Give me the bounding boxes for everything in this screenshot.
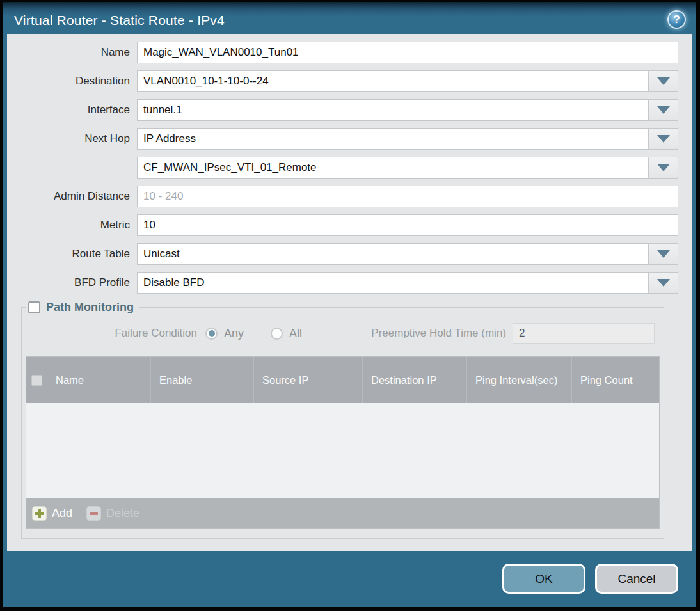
admin-distance-fieldwrap — [137, 186, 678, 207]
name-fieldwrap — [137, 42, 678, 63]
form-row-bfd-profile: BFD Profile — [7, 272, 678, 294]
help-glyph: ? — [673, 13, 680, 26]
help-icon[interactable]: ? — [667, 10, 686, 29]
bfd-profile-label: BFD Profile — [7, 272, 137, 294]
column-header-enable: Enable — [151, 357, 254, 403]
plus-icon — [32, 506, 47, 521]
form-row-admin-distance: Admin Distance — [7, 186, 678, 207]
column-header-ping-count: Ping Count — [572, 357, 659, 403]
form-row-name: Name — [7, 42, 678, 63]
metric-label: Metric — [7, 214, 137, 236]
bfd-profile-fieldwrap — [137, 272, 678, 294]
destination-fieldwrap — [137, 70, 678, 92]
route-table-input[interactable] — [137, 243, 678, 265]
destination-dropdown-button[interactable] — [648, 70, 678, 92]
dialog-titlebar: Virtual Router - Static Route - IPv4 ? — [3, 2, 696, 34]
interface-fieldwrap — [137, 99, 678, 121]
dropdown-arrow-icon — [657, 250, 670, 258]
preemptive-hold-time-input[interactable] — [513, 323, 655, 344]
add-button-label: Add — [52, 507, 72, 520]
path-monitoring-checkbox[interactable] — [28, 301, 40, 313]
next-hop-fieldwrap — [137, 128, 678, 150]
dropdown-arrow-icon — [657, 77, 670, 85]
next-hop-type-input[interactable] — [137, 128, 678, 150]
minus-icon — [86, 506, 101, 521]
route-table-label: Route Table — [7, 243, 137, 265]
next-hop-dropdown-button[interactable] — [648, 128, 678, 150]
route-table-dropdown-button[interactable] — [648, 243, 678, 265]
dropdown-arrow-icon — [657, 135, 670, 143]
admin-distance-input[interactable] — [137, 186, 678, 207]
next-hop-address-input[interactable] — [137, 157, 678, 179]
next-hop-value-label — [7, 157, 137, 179]
delete-button-label: Delete — [106, 507, 139, 520]
add-button[interactable]: Add — [32, 506, 72, 521]
dropdown-arrow-icon — [657, 279, 670, 287]
dropdown-arrow-icon — [657, 106, 670, 114]
delete-button[interactable]: Delete — [86, 506, 139, 521]
failure-condition-label: Failure Condition — [26, 327, 197, 340]
path-monitoring-legend: Path Monitoring — [26, 301, 139, 314]
form-row-next-hop-value — [7, 157, 678, 179]
radio-any-dot-icon — [205, 328, 218, 340]
static-route-dialog: Virtual Router - Static Route - IPv4 ? N… — [0, 0, 700, 611]
form-row-interface: Interface — [7, 99, 678, 121]
table-toolbar: Add Delete — [26, 498, 659, 528]
table-header-checkbox-cell — [26, 357, 47, 403]
radio-all[interactable]: All — [271, 327, 302, 340]
column-header-destination-ip: Destination IP — [363, 357, 467, 403]
table-header-row: Name Enable Source IP Destination IP Pin… — [26, 357, 659, 403]
path-monitoring-section: Path Monitoring Failure Condition Any Al… — [21, 301, 664, 539]
bfd-profile-input[interactable] — [137, 272, 678, 294]
admin-distance-label: Admin Distance — [7, 186, 137, 207]
form-row-next-hop: Next Hop — [7, 128, 678, 150]
form-row-metric: Metric — [7, 214, 678, 236]
failure-condition-row: Failure Condition Any All Preemptive Hol… — [26, 322, 660, 345]
interface-input[interactable] — [137, 99, 678, 121]
select-all-checkbox[interactable] — [31, 375, 42, 386]
form-row-destination: Destination — [7, 70, 678, 92]
interface-label: Interface — [7, 99, 137, 121]
bfd-profile-dropdown-button[interactable] — [648, 272, 678, 294]
dialog-content: Name Destination Interface — [7, 34, 692, 551]
next-hop-value-fieldwrap — [137, 157, 678, 179]
interface-dropdown-button[interactable] — [648, 99, 678, 121]
path-monitoring-table: Name Enable Source IP Destination IP Pin… — [26, 356, 660, 529]
table-body-empty — [26, 403, 659, 498]
radio-all-dot-icon — [271, 328, 283, 340]
path-monitoring-title: Path Monitoring — [46, 301, 134, 314]
dropdown-arrow-icon — [657, 164, 670, 171]
preemptive-hold-time-label: Preemptive Hold Time (min) — [371, 327, 506, 340]
radio-all-label: All — [289, 327, 302, 340]
failure-condition-radio-group: Any All — [205, 327, 302, 340]
metric-fieldwrap — [137, 214, 678, 236]
column-header-source-ip: Source IP — [254, 357, 363, 403]
name-label: Name — [7, 42, 137, 63]
form-row-route-table: Route Table — [7, 243, 678, 265]
dialog-title: Virtual Router - Static Route - IPv4 — [14, 13, 225, 28]
column-header-name: Name — [47, 357, 151, 403]
destination-label: Destination — [7, 70, 137, 92]
radio-any[interactable]: Any — [205, 327, 244, 340]
next-hop-address-dropdown-button[interactable] — [648, 157, 678, 179]
destination-input[interactable] — [137, 70, 678, 92]
next-hop-label: Next Hop — [7, 128, 137, 150]
cancel-button[interactable]: Cancel — [595, 564, 678, 594]
ok-button[interactable]: OK — [502, 564, 585, 594]
column-header-ping-interval: Ping Interval(sec) — [467, 357, 572, 403]
name-input[interactable] — [137, 42, 678, 63]
radio-any-label: Any — [224, 327, 244, 340]
route-table-fieldwrap — [137, 243, 678, 265]
metric-input[interactable] — [137, 214, 678, 236]
dialog-button-bar: OK Cancel — [502, 564, 678, 594]
